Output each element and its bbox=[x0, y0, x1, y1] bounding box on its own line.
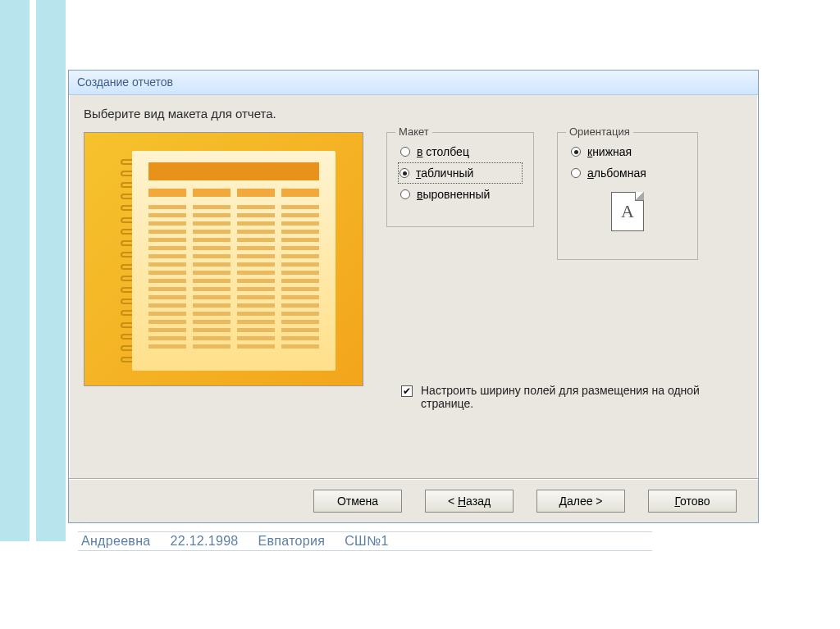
radio-icon bbox=[571, 147, 581, 157]
dialog-body: Выберите вид макета для отчета. bbox=[69, 95, 758, 466]
radio-label: альбомная bbox=[587, 166, 646, 180]
radio-icon bbox=[400, 147, 410, 157]
radio-icon bbox=[571, 168, 581, 178]
bg-cell: СШ№1 bbox=[345, 534, 388, 549]
orientation-group: Ориентация книжная альбомная A bbox=[557, 132, 698, 260]
button-label: < Назад bbox=[448, 495, 491, 508]
layout-preview bbox=[84, 132, 363, 386]
radio-portrait[interactable]: книжная bbox=[569, 141, 686, 162]
radio-justified[interactable]: выровненный bbox=[399, 184, 522, 205]
button-label: Готово bbox=[674, 495, 710, 508]
layout-group: Макет в столбец табличный выровненный bbox=[386, 132, 534, 227]
orientation-legend: Ориентация bbox=[566, 125, 633, 138]
bg-cell: 22.12.1998 bbox=[170, 534, 238, 549]
radio-columnar[interactable]: в столбец bbox=[399, 141, 522, 162]
radio-label: табличный bbox=[416, 166, 473, 180]
wizard-button-bar: Отмена < Назад Далее > Готово bbox=[69, 478, 758, 522]
button-label: Отмена bbox=[337, 495, 378, 508]
dialog-title: Создание отчетов bbox=[77, 75, 173, 89]
preview-notebook bbox=[132, 151, 336, 371]
radio-label: книжная bbox=[587, 145, 632, 158]
back-button[interactable]: < Назад bbox=[425, 490, 514, 513]
button-label: Далее > bbox=[559, 495, 602, 508]
radio-tabular[interactable]: табличный bbox=[398, 162, 523, 184]
slide-background: Андреевна 22.12.1998 Евпатория СШ№1 Созд… bbox=[0, 0, 840, 629]
fit-width-row[interactable]: ✔ Настроить ширину полей для размещения … bbox=[401, 384, 729, 410]
radio-label: в столбец bbox=[417, 145, 469, 158]
preview-spiral bbox=[121, 156, 130, 366]
fit-width-checkbox[interactable]: ✔ bbox=[401, 385, 413, 397]
layout-legend: Макет bbox=[395, 125, 432, 138]
bg-cell: Евпатория bbox=[258, 534, 326, 549]
cancel-button[interactable]: Отмена bbox=[313, 490, 402, 513]
radio-icon bbox=[400, 189, 410, 199]
radio-landscape[interactable]: альбомная bbox=[569, 162, 686, 184]
page-orientation-icon: A bbox=[611, 192, 644, 231]
radio-icon bbox=[399, 168, 409, 178]
report-wizard-dialog: Создание отчетов Выберите вид макета для… bbox=[68, 70, 759, 523]
instruction-text: Выберите вид макета для отчета. bbox=[84, 107, 743, 121]
finish-button[interactable]: Готово bbox=[648, 490, 737, 513]
fit-width-label: Настроить ширину полей для размещения на… bbox=[421, 384, 729, 410]
page-glyph: A bbox=[621, 201, 634, 222]
content-row: Макет в столбец табличный выровненный bbox=[84, 132, 743, 386]
radio-label: выровненный bbox=[417, 188, 490, 201]
background-data-row: Андреевна 22.12.1998 Евпатория СШ№1 bbox=[78, 531, 652, 551]
slide-stripe bbox=[0, 0, 66, 541]
bg-cell: Андреевна bbox=[81, 534, 150, 549]
dialog-titlebar[interactable]: Создание отчетов bbox=[69, 71, 758, 95]
next-button[interactable]: Далее > bbox=[536, 490, 625, 513]
